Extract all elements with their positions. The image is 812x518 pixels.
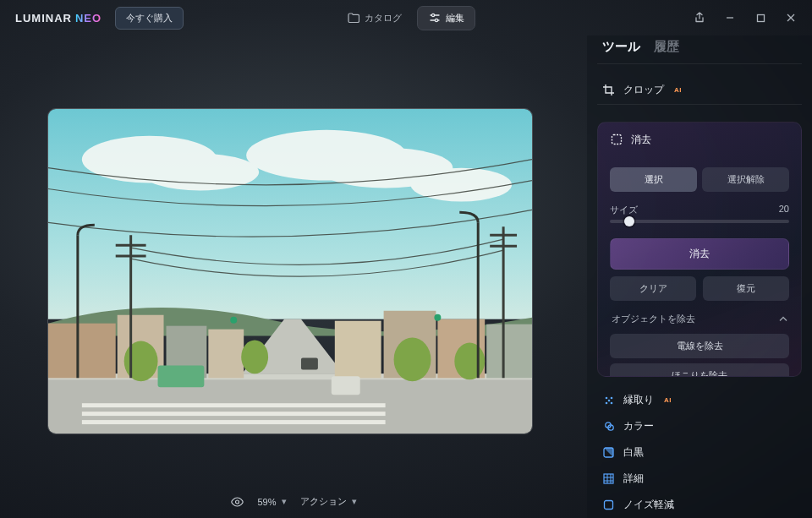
svg-point-25 [241, 341, 268, 374]
svg-rect-40 [612, 135, 621, 144]
svg-rect-34 [158, 365, 205, 387]
tab-catalog[interactable]: カタログ [337, 7, 412, 30]
remove-wires-button[interactable]: 電線を除去 [610, 334, 789, 358]
visibility-toggle[interactable] [230, 497, 244, 507]
svg-point-3 [435, 19, 437, 21]
tool-noise-label: ノイズ軽減 [623, 498, 674, 512]
ai-badge: AI [664, 396, 672, 404]
eye-icon [230, 497, 244, 507]
divider [597, 104, 802, 105]
svg-point-37 [230, 317, 237, 324]
tab-edit-label: 編集 [446, 12, 464, 25]
zoom-value: 59% [257, 497, 276, 507]
share-icon [694, 12, 705, 24]
svg-rect-5 [757, 14, 764, 21]
tool-detail-label: 詳細 [623, 472, 644, 486]
tool-color[interactable]: カラー [597, 413, 802, 439]
slider-thumb[interactable] [624, 216, 634, 226]
svg-rect-23 [486, 324, 532, 379]
remove-object-header[interactable]: オブジェクトを除去 [610, 301, 789, 334]
crop-icon [602, 84, 615, 96]
chevron-down-icon: ▾ [352, 496, 357, 507]
logo-text-left: LUMINAR [15, 12, 72, 25]
logo-text-right: NEO [75, 12, 102, 25]
tool-noise[interactable]: ノイズ軽減 [597, 492, 802, 518]
buy-now-button[interactable]: 今すぐ購入 [115, 7, 184, 30]
size-slider[interactable] [610, 220, 789, 223]
minimize-icon [725, 13, 735, 23]
tab-tools[interactable]: ツール [602, 39, 640, 55]
clear-restore-row: クリア 復元 [610, 276, 789, 301]
patch-icon [610, 134, 623, 146]
segment-select[interactable]: 選択 [610, 167, 697, 192]
tool-edge-label: 縁取り [623, 393, 654, 407]
svg-point-44 [610, 401, 612, 404]
app-logo: LUMINAR NEO [8, 12, 102, 25]
chevron-down-icon: ▾ [282, 496, 287, 507]
svg-point-24 [124, 341, 158, 382]
select-segment: 選択 選択解除 [610, 167, 789, 192]
minimize-button[interactable] [717, 6, 743, 30]
action-menu[interactable]: アクション ▾ [300, 495, 357, 508]
clear-button[interactable]: クリア [610, 276, 696, 301]
grid-icon [602, 472, 615, 485]
tool-crop-label: クロップ [623, 83, 664, 97]
tool-edge[interactable]: 縁取り AI [597, 387, 802, 413]
remove-dust-button[interactable]: ほこりを除去 [610, 363, 789, 377]
canvas-area: 59% ▾ アクション ▾ [0, 35, 587, 518]
tool-color-label: カラー [623, 419, 654, 433]
action-label: アクション [300, 495, 347, 508]
zoom-control[interactable]: 59% ▾ [257, 496, 286, 507]
erase-title: 消去 [631, 133, 651, 147]
tool-detail[interactable]: 詳細 [597, 466, 802, 492]
chevron-up-icon [779, 316, 787, 322]
sliders-icon [428, 12, 441, 25]
image-preview[interactable] [47, 108, 533, 434]
svg-rect-20 [335, 321, 381, 379]
erase-header[interactable]: 消去 [598, 123, 801, 157]
tab-edit[interactable]: 編集 [417, 6, 475, 30]
svg-point-2 [431, 14, 434, 16]
svg-rect-36 [301, 357, 318, 369]
svg-rect-16 [48, 324, 116, 379]
tool-list: 縁取り AI カラー 白黒 詳細 [597, 387, 802, 518]
tool-bw[interactable]: 白黒 [597, 439, 802, 466]
svg-point-42 [610, 396, 612, 399]
erase-body: 選択 選択解除 サイズ 20 消去 クリア 復元 オブジェクトを除去 [598, 157, 801, 377]
svg-point-27 [454, 343, 485, 380]
ai-badge: AI [674, 86, 682, 94]
erase-panel: 消去 選択 選択解除 サイズ 20 消去 クリア 復元 [597, 122, 802, 377]
segment-deselect[interactable]: 選択解除 [702, 167, 789, 192]
svg-rect-50 [605, 501, 613, 510]
svg-rect-19 [208, 330, 244, 379]
svg-rect-14 [82, 412, 386, 416]
tab-history[interactable]: 履歴 [654, 39, 679, 55]
tool-crop[interactable]: クロップ AI [597, 76, 802, 104]
square-half-icon [602, 446, 615, 459]
restore-button[interactable]: 復元 [703, 276, 789, 301]
hex-icon [602, 394, 615, 406]
box-icon [602, 499, 615, 511]
title-bar: LUMINAR NEO 今すぐ購入 カタログ 編集 [0, 0, 812, 35]
close-icon [786, 13, 796, 23]
divider [597, 63, 802, 64]
right-panel: ツール 履歴 クロップ AI 消去 選択 選択解除 [587, 35, 812, 518]
close-button[interactable] [778, 6, 804, 30]
svg-point-38 [434, 314, 441, 321]
mode-tabs: カタログ 編集 [337, 6, 475, 30]
size-value: 20 [779, 204, 789, 216]
size-row: サイズ 20 [610, 204, 789, 216]
size-label: サイズ [610, 204, 638, 216]
svg-point-39 [235, 500, 239, 504]
erase-button[interactable]: 消去 [610, 238, 789, 270]
tab-catalog-label: カタログ [365, 12, 402, 25]
maximize-icon [756, 14, 765, 23]
rgb-icon [602, 420, 615, 433]
svg-rect-15 [82, 420, 386, 424]
window-controls [687, 6, 804, 30]
main-area: 59% ▾ アクション ▾ ツール 履歴 クロップ AI [0, 35, 812, 518]
maximize-button[interactable] [748, 6, 773, 30]
svg-rect-13 [82, 403, 386, 407]
share-button[interactable] [687, 6, 712, 30]
svg-point-41 [605, 396, 607, 399]
